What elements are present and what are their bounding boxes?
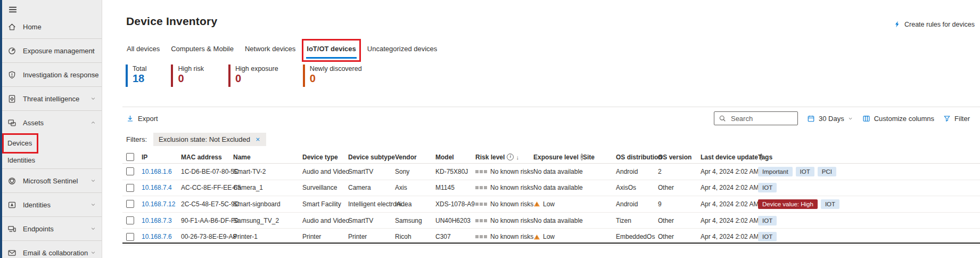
column-header-os-version[interactable]: OS version xyxy=(658,154,701,161)
stat-total: Total18 xyxy=(126,64,146,87)
sidebar-item-endpoints[interactable]: Endpoints xyxy=(2,216,102,240)
column-header-name[interactable]: Name xyxy=(233,154,302,161)
exposure-level-value: No data available xyxy=(533,217,583,224)
export-button[interactable]: Export xyxy=(126,115,158,123)
tab-computers-mobile[interactable]: Computers & Mobile xyxy=(170,44,234,54)
device-ip-link[interactable]: 10.168.7.6 xyxy=(142,233,172,240)
tab-uncategorized-devices[interactable]: Uncategorized devices xyxy=(367,44,438,54)
column-header-site[interactable]: Site xyxy=(583,154,616,161)
cell-os-version: Other xyxy=(658,184,674,191)
tab-iot-ot-devices[interactable]: IoT/OT devices xyxy=(306,44,356,54)
hamburger-icon[interactable] xyxy=(7,4,18,15)
customize-columns-button[interactable]: Customize columns xyxy=(862,115,934,123)
cell-last-device-update: Apr 4, 2024 2:02 AM xyxy=(701,217,759,224)
date-range-dropdown[interactable]: 30 Days xyxy=(807,115,853,123)
chevron-down-icon xyxy=(90,178,96,184)
sidebar-item-label: Home xyxy=(23,23,42,31)
tab-network-devices[interactable]: Network devices xyxy=(244,44,296,54)
cell-device-type: Smart Facility xyxy=(302,200,341,208)
sentinel-icon xyxy=(7,176,17,186)
cell-last-device-update: Apr 4, 2024 2:02 AM xyxy=(701,200,759,208)
tab-all-devices[interactable]: All devices xyxy=(126,44,160,54)
table-row[interactable]: 10.168.7.4AC-CC-8E-FF-EE-65Camera_1Surve… xyxy=(122,180,980,197)
risk-severity-icon xyxy=(475,170,487,173)
main-content: Device Inventory Create rules for device… xyxy=(102,0,980,258)
toolbar: Export 30 Days xyxy=(126,109,970,127)
sidebar-item-label: Microsoft Sentinel xyxy=(23,177,78,185)
column-header-model[interactable]: Model xyxy=(435,154,475,161)
risk-level-value: No known risks xyxy=(475,233,533,240)
column-header-os-distribution[interactable]: OS distribution xyxy=(616,154,658,161)
sidebar-item-assets[interactable]: Assets xyxy=(2,110,102,134)
row-checkbox[interactable] xyxy=(126,167,134,175)
filter-chip: Exclusion state: Not Excluded xyxy=(153,133,266,146)
cell-last-device-update: Apr 4, 2024 2:02 AM xyxy=(701,184,759,191)
sidebar-subitem-devices[interactable]: Devices xyxy=(2,134,102,151)
chevron-down-icon xyxy=(90,201,96,208)
sidebar-item-identities[interactable]: Identities xyxy=(2,192,102,216)
column-header-last-device-update[interactable]: Last device updatei xyxy=(701,154,758,161)
cell-device-subtype: Printer xyxy=(348,233,367,240)
customize-columns-label: Customize columns xyxy=(874,115,934,123)
column-header-ip[interactable]: IP xyxy=(142,154,181,161)
tag-chip: Device value: High xyxy=(758,199,818,209)
column-header-device-type[interactable]: Device type xyxy=(302,154,348,161)
cell-vendor: Axis xyxy=(395,184,407,191)
sidebar-item-threat-intelligence[interactable]: Threat intelligence xyxy=(2,86,102,110)
row-checkbox[interactable] xyxy=(126,233,134,241)
table-row[interactable]: 10.168.7.122C-C5-48-E7-5C-9CSmart-signbo… xyxy=(122,196,980,213)
sidebar-item-exposure-management[interactable]: Exposure management xyxy=(2,38,102,62)
select-all-checkbox[interactable] xyxy=(126,153,134,161)
info-icon[interactable]: i xyxy=(507,154,514,160)
table-bottom-border xyxy=(122,243,980,244)
device-ip-link[interactable]: 10.168.1.6 xyxy=(142,168,172,175)
cell-os-distribution: Android xyxy=(616,200,638,208)
column-header-vendor[interactable]: Vendor xyxy=(395,154,435,161)
create-rules-button[interactable]: Create rules for devices xyxy=(893,20,975,28)
tag-chip: IOT xyxy=(758,232,777,241)
cell-os-distribution: EmbeddedOs xyxy=(616,233,655,240)
tag-chip: IOT xyxy=(758,183,777,192)
cell-name: Samsung_TV_2 xyxy=(233,217,279,224)
row-checkbox[interactable] xyxy=(126,216,134,224)
column-header-device-subtype[interactable]: Device subtype xyxy=(348,154,395,161)
risk-level-value: No known risks xyxy=(475,184,533,191)
cell-model: KD-75X80J xyxy=(435,168,468,175)
stat-value: 0 xyxy=(310,72,362,84)
identities-icon xyxy=(7,200,17,209)
cell-vendor: IAdea xyxy=(395,200,411,208)
row-checkbox[interactable] xyxy=(126,184,134,192)
cell-device-type: Printer xyxy=(302,233,321,240)
column-header-risk-level[interactable]: Risk leveli↓ xyxy=(475,154,533,161)
filter-chip-text: Exclusion state: Not Excluded xyxy=(159,135,250,143)
sidebar-item-label: Investigation & response xyxy=(23,71,98,79)
close-icon[interactable] xyxy=(255,136,261,142)
device-ip-link[interactable]: 10.168.7.4 xyxy=(142,184,172,191)
table-row[interactable]: 10.168.1.61C-D6-BE-07-80-5CSmart-TV-2Aud… xyxy=(122,164,980,180)
page-title: Device Inventory xyxy=(126,15,217,28)
risk-level-value: No known risks xyxy=(475,168,533,175)
table-row[interactable]: 10.168.7.390-F1-AA-B6-DF-F0Samsung_TV_2A… xyxy=(122,213,980,229)
tag-chip: IOT xyxy=(758,216,777,225)
exposure-level-value: No data available xyxy=(533,168,583,175)
sidebar-item-email-collaboration[interactable]: Email & collaboration xyxy=(2,240,102,258)
sidebar-item-microsoft-sentinel[interactable]: Microsoft Sentinel xyxy=(2,168,102,192)
column-header-mac-address[interactable]: MAC address xyxy=(181,154,233,161)
sidebar-item-home[interactable]: Home xyxy=(2,15,102,38)
row-checkbox[interactable] xyxy=(126,200,134,208)
search-input[interactable] xyxy=(730,114,793,123)
column-header-exposure-level[interactable]: Exposure leveli xyxy=(533,154,583,161)
device-ip-link[interactable]: 10.168.7.3 xyxy=(142,217,172,224)
sidebar-subitem-identities[interactable]: Identities xyxy=(2,151,102,168)
warning-icon xyxy=(533,200,540,207)
device-ip-link[interactable]: 10.168.7.12 xyxy=(142,200,175,208)
stats-row: Total18High risk0High exposure0Newly dis… xyxy=(126,64,362,87)
search-box[interactable] xyxy=(714,111,798,125)
filter-button[interactable]: Filter xyxy=(943,115,970,123)
toolbar-divider xyxy=(122,107,980,107)
sidebar-item-label: Endpoints xyxy=(23,225,54,233)
stat-label: High risk xyxy=(178,65,204,72)
cell-os-version: Other xyxy=(658,233,674,240)
sidebar-item-investigation-response[interactable]: Investigation & response xyxy=(2,62,102,86)
column-header-tags[interactable]: Tags xyxy=(758,154,980,161)
